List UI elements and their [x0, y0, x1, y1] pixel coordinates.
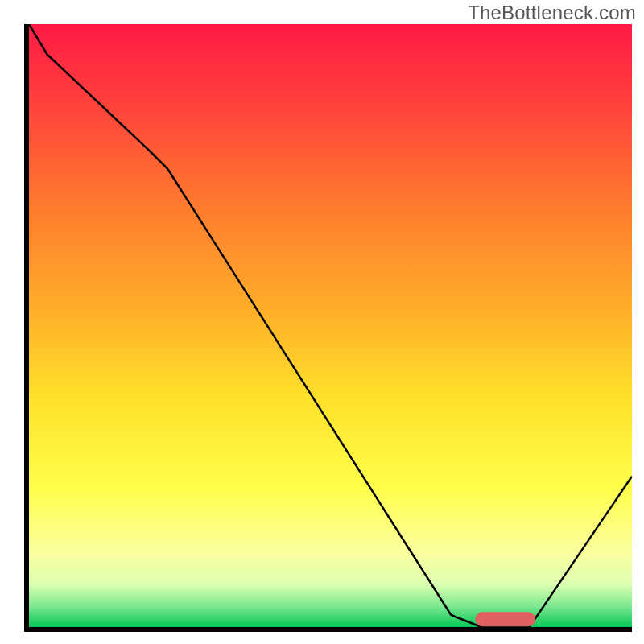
chart-frame: TheBottleneck.com: [0, 0, 644, 644]
watermark-text: TheBottleneck.com: [468, 2, 636, 24]
optimal-range-marker: [475, 612, 535, 626]
gradient-rect: [29, 24, 632, 627]
chart-svg: [29, 24, 632, 627]
chart-plot-area: [24, 24, 632, 632]
